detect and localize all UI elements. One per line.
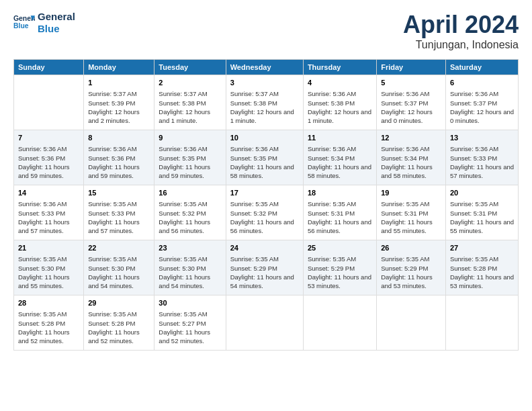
calendar-cell: 10 Sunrise: 5:36 AM Sunset: 5:35 PM Dayl… bbox=[226, 130, 303, 185]
day-number: 3 bbox=[230, 78, 299, 88]
page-container: General Blue General Blue April 2024 Tun… bbox=[0, 0, 532, 361]
day-info: Sunrise: 5:36 AM Sunset: 5:34 PM Dayligh… bbox=[308, 144, 372, 180]
calendar-cell: 18 Sunrise: 5:35 AM Sunset: 5:31 PM Dayl… bbox=[303, 185, 376, 240]
day-number: 13 bbox=[450, 133, 514, 143]
calendar-cell bbox=[226, 295, 303, 351]
svg-text:Blue: Blue bbox=[13, 22, 29, 30]
month-title: April 2024 bbox=[403, 11, 519, 39]
day-number: 19 bbox=[381, 188, 441, 198]
calendar-cell: 12 Sunrise: 5:36 AM Sunset: 5:34 PM Dayl… bbox=[377, 130, 446, 185]
day-number: 28 bbox=[18, 298, 79, 308]
calendar-cell: 26 Sunrise: 5:35 AM Sunset: 5:29 PM Dayl… bbox=[377, 240, 446, 295]
calendar-cell: 19 Sunrise: 5:35 AM Sunset: 5:31 PM Dayl… bbox=[377, 185, 446, 240]
calendar-cell: 15 Sunrise: 5:35 AM Sunset: 5:33 PM Dayl… bbox=[84, 185, 154, 240]
col-tuesday: Tuesday bbox=[154, 60, 226, 75]
day-number: 21 bbox=[18, 243, 79, 253]
day-number: 29 bbox=[88, 298, 150, 308]
calendar-cell: 11 Sunrise: 5:36 AM Sunset: 5:34 PM Dayl… bbox=[303, 130, 376, 185]
day-info: Sunrise: 5:36 AM Sunset: 5:35 PM Dayligh… bbox=[159, 144, 221, 180]
day-number: 16 bbox=[159, 188, 221, 198]
day-number: 24 bbox=[230, 243, 299, 253]
day-info: Sunrise: 5:35 AM Sunset: 5:29 PM Dayligh… bbox=[230, 255, 299, 290]
day-number: 6 bbox=[450, 78, 514, 88]
calendar-table: Sunday Monday Tuesday Wednesday Thursday… bbox=[13, 59, 519, 351]
col-monday: Monday bbox=[84, 60, 154, 75]
day-number: 15 bbox=[88, 188, 150, 198]
col-saturday: Saturday bbox=[445, 60, 518, 75]
calendar-cell: 28 Sunrise: 5:35 AM Sunset: 5:28 PM Dayl… bbox=[14, 295, 84, 351]
logo: General Blue General Blue bbox=[13, 11, 75, 35]
day-number: 27 bbox=[450, 243, 514, 253]
day-number: 1 bbox=[88, 78, 150, 88]
day-number: 4 bbox=[308, 78, 372, 88]
day-info: Sunrise: 5:35 AM Sunset: 5:29 PM Dayligh… bbox=[381, 255, 441, 290]
day-info: Sunrise: 5:36 AM Sunset: 5:37 PM Dayligh… bbox=[381, 89, 441, 125]
calendar-cell bbox=[14, 75, 84, 130]
table-row: 21 Sunrise: 5:35 AM Sunset: 5:30 PM Dayl… bbox=[14, 240, 519, 295]
day-info: Sunrise: 5:35 AM Sunset: 5:33 PM Dayligh… bbox=[88, 199, 150, 235]
day-info: Sunrise: 5:35 AM Sunset: 5:28 PM Dayligh… bbox=[88, 310, 150, 345]
table-row: 14 Sunrise: 5:36 AM Sunset: 5:33 PM Dayl… bbox=[14, 185, 519, 240]
table-row: 28 Sunrise: 5:35 AM Sunset: 5:28 PM Dayl… bbox=[14, 295, 519, 351]
day-info: Sunrise: 5:37 AM Sunset: 5:39 PM Dayligh… bbox=[88, 89, 150, 125]
calendar-cell: 6 Sunrise: 5:36 AM Sunset: 5:37 PM Dayli… bbox=[445, 75, 518, 130]
day-number: 25 bbox=[308, 243, 372, 253]
day-number: 17 bbox=[230, 188, 299, 198]
day-info: Sunrise: 5:35 AM Sunset: 5:28 PM Dayligh… bbox=[450, 255, 514, 290]
day-number: 20 bbox=[450, 188, 514, 198]
day-number: 7 bbox=[18, 133, 79, 143]
day-info: Sunrise: 5:36 AM Sunset: 5:36 PM Dayligh… bbox=[88, 144, 150, 180]
day-number: 8 bbox=[88, 133, 150, 143]
day-info: Sunrise: 5:35 AM Sunset: 5:30 PM Dayligh… bbox=[18, 255, 79, 290]
calendar-cell: 21 Sunrise: 5:35 AM Sunset: 5:30 PM Dayl… bbox=[14, 240, 84, 295]
calendar-cell bbox=[445, 295, 518, 351]
calendar-cell: 24 Sunrise: 5:35 AM Sunset: 5:29 PM Dayl… bbox=[226, 240, 303, 295]
day-number: 30 bbox=[159, 298, 221, 308]
day-number: 9 bbox=[159, 133, 221, 143]
day-number: 26 bbox=[381, 243, 441, 253]
day-number: 10 bbox=[230, 133, 299, 143]
day-info: Sunrise: 5:36 AM Sunset: 5:33 PM Dayligh… bbox=[18, 199, 79, 235]
col-wednesday: Wednesday bbox=[226, 60, 303, 75]
day-info: Sunrise: 5:35 AM Sunset: 5:27 PM Dayligh… bbox=[159, 310, 221, 345]
day-info: Sunrise: 5:36 AM Sunset: 5:33 PM Dayligh… bbox=[450, 144, 514, 180]
col-sunday: Sunday bbox=[14, 60, 84, 75]
logo-text: General Blue bbox=[38, 11, 75, 35]
location-subtitle: Tunjungan, Indonesia bbox=[403, 39, 519, 51]
col-friday: Friday bbox=[377, 60, 446, 75]
calendar-cell: 13 Sunrise: 5:36 AM Sunset: 5:33 PM Dayl… bbox=[445, 130, 518, 185]
day-number: 14 bbox=[18, 188, 79, 198]
calendar-cell: 16 Sunrise: 5:35 AM Sunset: 5:32 PM Dayl… bbox=[154, 185, 226, 240]
day-number: 11 bbox=[308, 133, 372, 143]
day-info: Sunrise: 5:35 AM Sunset: 5:30 PM Dayligh… bbox=[159, 255, 221, 290]
day-info: Sunrise: 5:37 AM Sunset: 5:38 PM Dayligh… bbox=[159, 89, 221, 125]
day-number: 18 bbox=[308, 188, 372, 198]
day-info: Sunrise: 5:36 AM Sunset: 5:35 PM Dayligh… bbox=[230, 144, 299, 180]
day-number: 22 bbox=[88, 243, 150, 253]
day-info: Sunrise: 5:36 AM Sunset: 5:34 PM Dayligh… bbox=[381, 144, 441, 180]
day-info: Sunrise: 5:35 AM Sunset: 5:28 PM Dayligh… bbox=[18, 310, 79, 345]
day-number: 5 bbox=[381, 78, 441, 88]
calendar-cell: 25 Sunrise: 5:35 AM Sunset: 5:29 PM Dayl… bbox=[303, 240, 376, 295]
day-info: Sunrise: 5:35 AM Sunset: 5:32 PM Dayligh… bbox=[230, 199, 299, 235]
calendar-cell: 20 Sunrise: 5:35 AM Sunset: 5:31 PM Dayl… bbox=[445, 185, 518, 240]
day-number: 23 bbox=[159, 243, 221, 253]
calendar-cell: 17 Sunrise: 5:35 AM Sunset: 5:32 PM Dayl… bbox=[226, 185, 303, 240]
calendar-cell: 29 Sunrise: 5:35 AM Sunset: 5:28 PM Dayl… bbox=[84, 295, 154, 351]
calendar-cell: 2 Sunrise: 5:37 AM Sunset: 5:38 PM Dayli… bbox=[154, 75, 226, 130]
title-block: April 2024 Tunjungan, Indonesia bbox=[403, 11, 519, 51]
calendar-cell: 23 Sunrise: 5:35 AM Sunset: 5:30 PM Dayl… bbox=[154, 240, 226, 295]
calendar-cell: 22 Sunrise: 5:35 AM Sunset: 5:30 PM Dayl… bbox=[84, 240, 154, 295]
table-header-row: Sunday Monday Tuesday Wednesday Thursday… bbox=[14, 60, 519, 75]
calendar-cell: 27 Sunrise: 5:35 AM Sunset: 5:28 PM Dayl… bbox=[445, 240, 518, 295]
day-info: Sunrise: 5:36 AM Sunset: 5:36 PM Dayligh… bbox=[18, 144, 79, 180]
col-thursday: Thursday bbox=[303, 60, 376, 75]
calendar-cell: 14 Sunrise: 5:36 AM Sunset: 5:33 PM Dayl… bbox=[14, 185, 84, 240]
calendar-cell: 9 Sunrise: 5:36 AM Sunset: 5:35 PM Dayli… bbox=[154, 130, 226, 185]
calendar-cell: 4 Sunrise: 5:36 AM Sunset: 5:38 PM Dayli… bbox=[303, 75, 376, 130]
day-info: Sunrise: 5:35 AM Sunset: 5:31 PM Dayligh… bbox=[308, 199, 372, 235]
header: General Blue General Blue April 2024 Tun… bbox=[13, 11, 519, 51]
day-info: Sunrise: 5:35 AM Sunset: 5:29 PM Dayligh… bbox=[308, 255, 372, 290]
calendar-cell: 5 Sunrise: 5:36 AM Sunset: 5:37 PM Dayli… bbox=[377, 75, 446, 130]
day-info: Sunrise: 5:37 AM Sunset: 5:38 PM Dayligh… bbox=[230, 89, 299, 125]
